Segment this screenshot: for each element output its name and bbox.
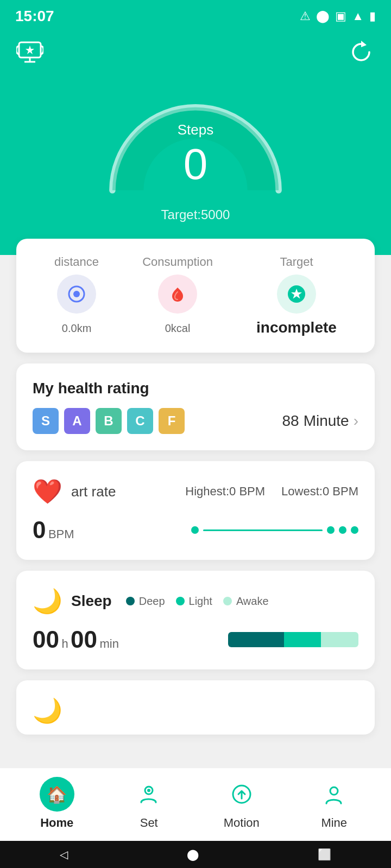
legend-awake-label: Awake [236,595,269,608]
heart-bpm-value: 0 [33,516,46,543]
heart-stats: Highest:0 BPM Lowest:0 BPM [185,484,358,499]
sleep-minutes: 00 [71,626,97,653]
heart-chart-dot-2 [327,526,335,534]
minute-value: 88 [282,412,299,430]
steps-label: Steps [178,122,214,138]
mine-icon [317,777,351,812]
legend-light: Light [176,595,212,608]
sleep-bar [228,632,358,647]
set-icon [131,777,166,812]
recents-button[interactable]: ⬜ [318,848,331,861]
home-button[interactable]: ⬤ [187,848,199,861]
heart-bpm-unit: BPM [48,527,74,541]
sleep-hours: 00 [33,626,59,653]
heart-icon: ❤️ [33,477,62,506]
android-nav: ◁ ⬤ ⬜ [0,841,391,868]
legend-awake: Awake [223,595,269,608]
heart-lowest: Lowest:0 BPM [281,484,358,499]
partial-card-icon: 🌙 [33,697,62,724]
sleep-time-display: 00 h 00 min [33,626,119,653]
health-rating-card: My health rating S A B C F 88 Minute › [16,363,375,450]
nav-set[interactable]: Set [131,777,166,830]
nav-mine-label: Mine [321,816,347,830]
badge-f: F [159,408,185,434]
steps-value: 0 [178,143,214,186]
motion-icon [224,777,259,812]
svg-point-10 [147,789,150,792]
app-header [0,33,391,71]
sleep-icon: 🌙 [33,587,62,615]
sleep-bar-awake [321,632,358,647]
stats-card: distance 0.0km Consumption 0kcal [16,239,375,353]
circle-icon: ⬤ [316,9,330,23]
nav-set-label: Set [140,816,158,830]
dot-awake [223,597,232,605]
nav-motion-label: Motion [224,816,260,830]
dot-deep [126,597,135,605]
partial-card: 🌙 [16,680,375,735]
distance-value: 0.0km [62,319,91,336]
legend-deep-label: Deep [139,595,165,608]
consumption-icon [158,275,197,314]
home-icon: 🏠 [40,777,74,812]
heart-chart-line [203,529,323,531]
stat-target: Target incomplete [256,255,337,336]
notification-icon: ⚠ [300,9,311,23]
minute-label: Minute [304,412,349,430]
status-bar: 15:07 ⚠ ⬤ ▣ ▲ ▮ [0,0,391,33]
stats-row: distance 0.0km Consumption 0kcal [33,255,358,336]
heart-highest: Highest:0 BPM [185,484,265,499]
trophy-icon[interactable] [16,38,43,71]
nav-mine[interactable]: Mine [317,777,351,830]
badge-c: C [127,408,153,434]
health-row: S A B C F 88 Minute › [33,408,358,434]
distance-icon [57,275,96,314]
refresh-icon[interactable] [348,39,375,71]
cast-icon: ▣ [335,9,346,23]
nav-motion[interactable]: Motion [224,777,260,830]
svg-point-6 [73,291,80,297]
heart-bpm-display: 0 BPM [33,516,74,544]
legend-light-label: Light [189,595,212,608]
badge-a: A [64,408,90,434]
target-value: incomplete [256,319,337,336]
heart-header: ❤️ art rate Highest:0 BPM Lowest:0 BPM [33,477,358,506]
heart-line-chart [191,526,358,534]
sleep-bar-light [284,632,321,647]
distance-label: distance [54,255,99,269]
sleep-card: 🌙 Sleep Deep Light Awake 00 h 00 min [16,571,375,669]
heart-rate-title: art rate [71,483,116,500]
stat-distance: distance 0.0km [54,255,99,336]
bottom-nav: 🏠 Home Set Motion Mine [0,768,391,841]
gauge-container: Steps 0 [81,81,310,201]
health-minute[interactable]: 88 Minute › [282,412,358,430]
badge-b: B [96,408,122,434]
svg-marker-4 [361,41,367,47]
sleep-min-unit: min [100,637,119,650]
status-time: 15:07 [15,8,54,25]
legend-deep: Deep [126,595,165,608]
back-button[interactable]: ◁ [60,848,68,861]
steps-target: Target:5000 [161,207,230,222]
nav-home[interactable]: 🏠 Home [40,777,74,830]
heart-chart-dot-4 [351,526,358,534]
sleep-legend: Deep Light Awake [126,595,269,608]
sleep-bar-deep [228,632,284,647]
steps-center: Steps 0 [178,122,214,186]
consumption-label: Consumption [142,255,213,269]
dot-light [176,597,185,605]
heart-chart-dot-1 [191,526,199,534]
target-label: Target [280,255,313,269]
steps-section: Steps 0 Target:5000 [0,71,391,255]
sleep-time-row: 00 h 00 min [33,626,358,653]
heart-bpm-row: 0 BPM [33,516,358,544]
svg-marker-3 [26,46,34,54]
stat-consumption: Consumption 0kcal [142,255,213,336]
badge-s: S [33,408,59,434]
heart-rate-card: ❤️ art rate Highest:0 BPM Lowest:0 BPM 0… [16,461,375,560]
sleep-h-unit: h [61,637,68,650]
sleep-header: 🌙 Sleep Deep Light Awake [33,587,358,615]
svg-point-12 [330,787,338,795]
battery-icon: ▮ [369,9,376,23]
rating-badges: S A B C F [33,408,185,434]
